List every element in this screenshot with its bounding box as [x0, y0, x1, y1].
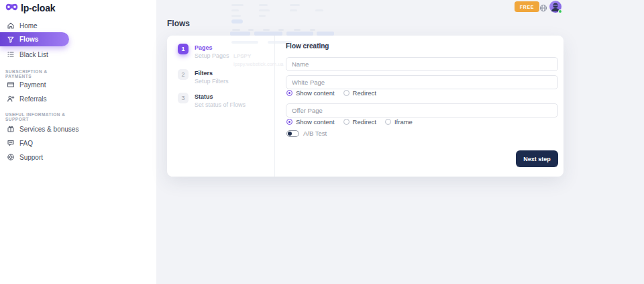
plan-badge-button[interactable]: FREE	[515, 1, 539, 12]
gift-icon	[7, 125, 15, 133]
ab-test-toggle[interactable]	[286, 130, 299, 137]
flow-creating-form: Flow creating Show content Redirect Show…	[286, 36, 558, 177]
white-page-input[interactable]	[286, 75, 558, 89]
sidebar-item-label: Support	[19, 154, 43, 161]
sidebar-item-label: Home	[19, 22, 38, 30]
step-number-badge: 1	[178, 44, 189, 54]
radio-unselected-icon	[385, 119, 391, 125]
step-subtitle: Set status of Flows	[195, 101, 246, 108]
flows-icon	[7, 36, 15, 44]
step-title: Filters	[195, 69, 229, 77]
chat-bubble-icon	[7, 139, 15, 147]
radio-show-content[interactable]: Show content	[286, 89, 335, 97]
step-filters[interactable]: 2 Filters Setup Filters	[178, 69, 270, 85]
mask-logo-icon	[5, 2, 18, 14]
sidebar-item-label: Flows	[19, 36, 38, 43]
sidebar-item-label: Referrals	[19, 95, 47, 103]
radio-unselected-icon	[343, 119, 350, 125]
brand-name: lp-cloak	[21, 3, 55, 13]
sidebar-item-label: FAQ	[19, 140, 33, 147]
page-title: Flows	[167, 19, 190, 28]
lifebuoy-icon	[7, 153, 15, 161]
step-status[interactable]: 3 Status Set status of Flows	[178, 93, 270, 108]
step-number-badge: 3	[178, 93, 189, 103]
referrals-person-icon	[7, 95, 15, 103]
modal-divider	[274, 36, 275, 177]
name-input[interactable]	[286, 57, 558, 71]
step-title: Pages	[195, 44, 229, 51]
ab-test-toggle-row[interactable]: A/B Test	[286, 130, 327, 137]
sidebar-section-subscription: SUBSCRIPTION & PAYMENTS	[5, 69, 72, 79]
ab-test-label: A/B Test	[303, 130, 327, 137]
sidebar-item-label: Payment	[19, 81, 46, 89]
step-number-badge: 2	[178, 69, 189, 80]
radio-unselected-icon	[343, 90, 350, 96]
sidebar: lp-cloak Home Flows Black List SUBSCRIPT…	[0, 0, 156, 284]
offer-page-mode-radios: Show content Redirect Iframe	[286, 118, 413, 125]
language-globe-icon[interactable]	[539, 3, 547, 15]
radio-selected-icon	[286, 119, 292, 125]
sidebar-item-flows[interactable]: Flows	[0, 32, 69, 46]
flow-creating-modal: LPSPY lpspy.webstick.com.ua 1 Pages Setu…	[167, 36, 564, 177]
sidebar-item-black-list[interactable]: Black List	[0, 50, 151, 59]
sidebar-item-label: Services & bonuses	[19, 126, 78, 133]
user-avatar[interactable]	[549, 1, 561, 13]
radio-show-content[interactable]: Show content	[286, 118, 335, 126]
online-status-dot	[558, 9, 562, 13]
radio-iframe[interactable]: Iframe	[385, 118, 413, 126]
sidebar-item-home[interactable]: Home	[0, 21, 151, 30]
sidebar-section-support: USEFUL INFORMATION & SUPPORT	[5, 112, 72, 122]
form-title: Flow creating	[286, 42, 329, 50]
step-pages[interactable]: 1 Pages Setup Pages	[178, 44, 270, 59]
sidebar-item-label: Black List	[19, 51, 48, 58]
sidebar-item-payment[interactable]: Payment	[0, 80, 151, 89]
sidebar-item-support[interactable]: Support	[0, 152, 151, 162]
next-step-button[interactable]: Next step	[516, 150, 558, 167]
step-subtitle: Setup Filters	[195, 78, 229, 85]
brand-logo[interactable]: lp-cloak	[5, 2, 55, 14]
offer-page-input[interactable]	[286, 103, 558, 117]
step-title: Status	[195, 93, 246, 100]
step-subtitle: Setup Pages	[195, 52, 229, 59]
sidebar-item-faq[interactable]: FAQ	[0, 138, 151, 148]
white-page-mode-radios: Show content Redirect	[286, 89, 376, 96]
radio-selected-icon	[286, 90, 292, 96]
radio-redirect[interactable]: Redirect	[343, 118, 376, 126]
home-icon	[7, 21, 15, 30]
radio-redirect[interactable]: Redirect	[343, 89, 376, 97]
sidebar-item-services[interactable]: Services & bonuses	[0, 124, 151, 134]
toggle-knob	[288, 132, 292, 136]
sidebar-item-referrals[interactable]: Referrals	[0, 94, 151, 103]
list-icon	[7, 50, 15, 58]
credit-card-icon	[7, 81, 15, 89]
ghost-flow-url: lpspy.webstick.com.ua	[233, 61, 283, 67]
